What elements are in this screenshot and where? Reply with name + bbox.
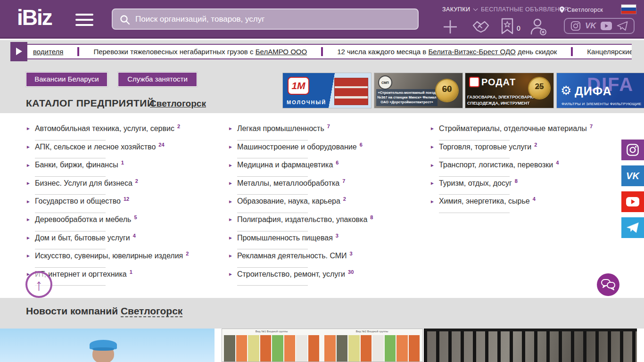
telegram-button[interactable] (621, 217, 644, 238)
category-item[interactable]: ►Промышленность пищевая3 (228, 233, 429, 251)
vk-icon[interactable]: VK (585, 21, 596, 31)
blue-cap (90, 340, 117, 349)
vacancies-button[interactable]: Вакансии Беларуси (26, 72, 107, 87)
fence-rail (424, 329, 637, 331)
instagram-icon (626, 143, 639, 156)
category-item[interactable]: ►Бизнес. Услуги для бизнеса2 (26, 178, 226, 197)
news-photo-man[interactable] (0, 329, 215, 362)
catalog-title: КАТАЛОГ ПРЕДПРИЯТИЙ (26, 98, 155, 109)
handshake-icon[interactable] (471, 19, 491, 34)
instagram-icon[interactable] (570, 21, 581, 31)
category-item[interactable]: ►Банки, биржи, финансы1 (26, 160, 226, 178)
nav-city[interactable]: Светлогорск (559, 6, 603, 15)
hamburger-menu-icon[interactable] (75, 14, 93, 26)
news-ticker: водителя Перевозки тяжеловесных негабари… (10, 44, 632, 59)
banner-molochny[interactable]: 1М МОЛОЧНЫЙ (283, 73, 371, 108)
news-band: Новости компаний Светлогорск (0, 298, 644, 329)
category-item[interactable]: ►Искусство, сувениры, ювелирные изделия2 (26, 251, 226, 269)
ticker-play-button[interactable] (10, 42, 27, 61)
banner-rodat[interactable]: РОДАТ ГАЗОСВАРКА, ЭЛЕКТРОСВАРКА СПЕЦОДЕЖ… (465, 73, 553, 108)
category-item[interactable]: ►Легкая промышленность7 (228, 123, 429, 142)
social-rail: VK (621, 140, 644, 243)
anniversary-badge: 60лет (436, 80, 458, 101)
bookmark-star-icon[interactable] (501, 18, 514, 35)
triangle-bullet-icon: ► (228, 217, 233, 222)
category-item[interactable]: ►Машиностроение и оборудование6 (228, 142, 429, 160)
category-item[interactable]: ►АПК, сельское и лесное хозяйство24 (26, 142, 226, 160)
logo[interactable]: iBiz (17, 5, 52, 30)
banner-emblem: СМП 367 (378, 75, 392, 90)
news-photo-fence[interactable] (424, 329, 637, 362)
category-item[interactable]: ►Химия, энергетика, сырье4 (430, 196, 630, 214)
category-item[interactable]: ►Полиграфия, издательство, упаковка8 (228, 214, 429, 233)
vk-button[interactable]: VK (621, 165, 644, 186)
triangle-bullet-icon: ► (26, 199, 31, 204)
category-item[interactable]: ►Металлы, металлообработка7 (228, 178, 429, 197)
ticker-link[interactable]: БелАМРО ООО (256, 48, 307, 56)
triangle-bullet-icon: ► (430, 181, 435, 186)
employment-button[interactable]: Служба занятости (118, 72, 197, 87)
triangle-bullet-icon: ► (26, 144, 31, 149)
category-item[interactable]: ►ИТ, интернет и оргтехника1 (26, 269, 226, 288)
category-item[interactable]: ►Торговля, торговые услуги2 (430, 142, 630, 160)
triangle-bullet-icon: ► (430, 163, 435, 168)
banner-building-image (334, 78, 368, 105)
triangle-bullet-icon: ► (26, 163, 31, 168)
ticker-link[interactable]: Белита-Витэкс-Брест ОДО (428, 48, 515, 56)
add-plus-icon[interactable] (442, 19, 458, 35)
catalog-city-link[interactable]: Светлогорск (150, 99, 206, 109)
banner-logo: 1М (288, 77, 309, 95)
ticker-separator (77, 47, 79, 56)
category-column-1: ►Автомобильная техника, услуги, сервис2 … (26, 123, 226, 287)
fence-bars (424, 329, 637, 362)
banner-difa[interactable]: DIFA ⚙ ДИФА ФИЛЬТРЫ И ЭЛЕМЕНТЫ ФИЛЬТРУЮЩ… (557, 73, 644, 108)
ticker-item: 12 числа каждого месяца в Белита-Витэкс-… (337, 48, 557, 56)
chat-button[interactable] (597, 273, 619, 296)
triangle-bullet-icon: ► (26, 253, 31, 258)
instagram-button[interactable] (621, 140, 644, 160)
triangle-bullet-icon: ► (228, 163, 233, 168)
category-item[interactable]: ►Туризм, отдых, досуг8 (430, 178, 630, 197)
location-pin-icon (559, 6, 565, 13)
russian-flag-icon[interactable] (621, 5, 636, 14)
catalog-categories: ►Автомобильная техника, услуги, сервис2 … (0, 113, 644, 298)
search-input[interactable] (135, 9, 413, 29)
category-item[interactable]: ►Строительство, ремонт, услуги30 (228, 269, 429, 288)
news-photo-building-render[interactable]: Вид №1 Входной группы Вид №2 Входной гру… (222, 329, 423, 362)
banner-smp367[interactable]: СМП 367 «Строительно-монтажный поезд №36… (374, 73, 462, 108)
welder-icon (469, 77, 479, 87)
category-item[interactable]: ►Рекламная деятельность. СМИ3 (228, 251, 429, 269)
ticker-link[interactable]: водителя (33, 48, 63, 56)
ticker-item: Перевозки тяжеловесных негабаритных груз… (93, 48, 307, 56)
youtube-icon[interactable] (600, 21, 612, 31)
news-title: Новости компаний Светлогорск (26, 305, 182, 317)
nav-zakupki[interactable]: ЗАКУПКИ (442, 6, 476, 15)
category-item[interactable]: ►Государство и общество12 (26, 196, 226, 214)
header-social-links: VK (564, 18, 635, 34)
triangle-bullet-icon: ► (228, 253, 233, 258)
render-view-2: Вид №2 Входной группы (322, 329, 421, 362)
category-item[interactable]: ►Автомобильная техника, услуги, сервис2 (26, 123, 226, 142)
category-item[interactable]: ►Медицина и фармацевтика6 (228, 160, 429, 178)
category-item[interactable]: ►Образование, наука, карьера2 (228, 196, 429, 214)
anniversary-badge: 25лет (529, 78, 550, 99)
gear-icon: ⚙ (561, 83, 571, 98)
category-item[interactable]: ►Дом и быт, бытовые услуги4 (26, 233, 226, 251)
bookmarks-count: 0 (517, 25, 520, 32)
category-item[interactable]: ►Стройматериалы, отделочные материалы7 (430, 123, 630, 142)
youtube-button[interactable] (621, 191, 644, 212)
arrow-up-icon: ↑ (35, 276, 43, 294)
category-column-2: ►Легкая промышленность7 ►Машиностроение … (228, 123, 429, 287)
back-to-top-button[interactable]: ↑ (25, 271, 52, 298)
header: iBiz ЗАКУПКИ БЕСПЛАТНЫЕ ОБЪЯВЛЕНИЯ Светл… (0, 0, 644, 39)
news-city-link[interactable]: Светлогорск (121, 305, 182, 317)
user-add-icon[interactable] (530, 18, 547, 36)
telegram-icon[interactable] (617, 21, 628, 31)
triangle-bullet-icon: ► (228, 235, 233, 240)
triangle-bullet-icon: ► (228, 272, 233, 277)
nav-free-ads[interactable]: БЕСПЛАТНЫЕ ОБЪЯВЛЕНИЯ (481, 6, 569, 15)
category-item[interactable]: ►Транспорт, логистика, перевозки4 (430, 160, 630, 178)
page: iBiz ЗАКУПКИ БЕСПЛАТНЫЕ ОБЪЯВЛЕНИЯ Светл… (0, 0, 644, 362)
ticker-separator (571, 47, 573, 56)
category-item[interactable]: ►Деревообработка и мебель5 (26, 214, 226, 233)
